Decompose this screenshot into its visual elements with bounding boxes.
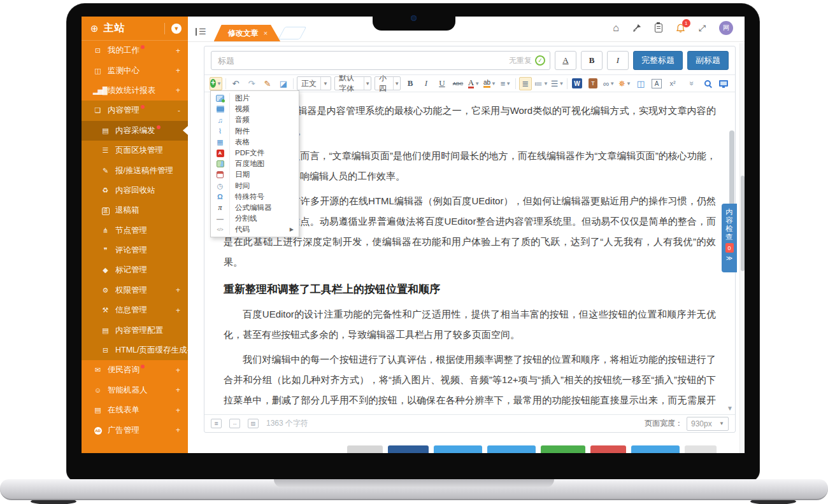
envelope-icon: ✉ <box>93 366 103 374</box>
redo-icon[interactable]: ↷ <box>245 77 258 90</box>
sidebar-item-public-consult[interactable]: ✉ 便民咨询 + <box>82 360 188 380</box>
task-clipboard-icon[interactable] <box>655 24 662 32</box>
auto-format-icon[interactable]: ✵▼ <box>618 77 631 90</box>
sidebar-item-online-forms[interactable]: ▤ 在线表单 + <box>82 400 188 420</box>
tab-edit-article[interactable]: 修改文章 × <box>214 25 280 41</box>
menu-item-date[interactable]: 日期 <box>211 169 299 180</box>
sidebar-item-html-cache[interactable]: ⊟ HTML/页面缓存生成 + <box>82 340 188 360</box>
sidebar-item-content-config[interactable]: ▤ 内容管理配置 <box>82 320 188 340</box>
action-button[interactable] <box>685 445 717 453</box>
menu-item-time[interactable]: ◷时间 <box>211 181 299 192</box>
highlight-color-icon[interactable]: ab▼ <box>483 77 496 90</box>
preview-zoom-icon[interactable] <box>701 77 714 90</box>
main-scrollbar-thumb[interactable] <box>741 176 745 271</box>
word-import-icon[interactable]: W <box>571 77 583 90</box>
menu-item-video[interactable]: 视频 <box>211 104 299 115</box>
eraser-icon[interactable]: ◪ <box>277 77 290 90</box>
avatar[interactable]: 网 <box>719 21 733 35</box>
ordered-list-icon[interactable]: ≔▼ <box>535 77 548 90</box>
scroll-down-icon[interactable]: ▼ <box>727 405 733 412</box>
auto-width-icon[interactable]: ↔ <box>229 419 240 428</box>
italic-icon[interactable]: I <box>420 77 432 90</box>
bell-icon[interactable]: 1 <box>676 24 685 33</box>
menu-item-special-symbol[interactable]: Ω特殊符号 <box>211 192 299 202</box>
subtitle-button[interactable]: 副标题 <box>687 51 729 70</box>
action-button[interactable] <box>388 445 429 453</box>
action-button[interactable] <box>347 445 383 453</box>
sidebar-item-recycle-bin[interactable]: ♻ 内容回收站 <box>82 181 188 200</box>
more-tools-icon[interactable]: » <box>685 77 698 90</box>
menu-item-pdf[interactable]: APDF文件 <box>211 148 299 158</box>
sidebar-item-push-manuscript[interactable]: ✎ 报/推送稿件管理 <box>82 160 188 180</box>
action-button[interactable] <box>590 445 626 453</box>
unordered-list-icon[interactable]: ☰▼ <box>551 77 564 90</box>
laptop-base <box>0 479 828 500</box>
sidebar-item-comment-management[interactable]: ❞ 评论管理 <box>82 241 188 260</box>
char-count: 1363 个字符 <box>266 418 308 429</box>
fullscreen-edit-icon[interactable] <box>717 77 730 90</box>
link-icon[interactable]: ∞▼ <box>603 77 615 90</box>
title-italic-button[interactable]: I <box>607 51 629 70</box>
full-title-button[interactable]: 完整标题 <box>633 51 683 70</box>
title-bold-button[interactable]: B <box>581 51 603 70</box>
bold-icon[interactable]: B <box>404 77 417 90</box>
sidebar-item-info-management[interactable]: ⚒ 信息管理 + <box>82 300 188 320</box>
sidebar-item-monitor-center[interactable]: ◫ 监测中心 + <box>82 60 188 80</box>
align-icon[interactable]: ≡▼ <box>499 77 512 90</box>
undo-icon[interactable]: ↶ <box>229 77 242 90</box>
content-checker-tab[interactable]: 内容检查 0 ≫ <box>722 204 737 272</box>
menu-item-audio[interactable]: ♫音频 <box>211 115 299 125</box>
editor-status-bar: ≣ ↔ ▨ 1363 个字符 页面宽度： 930px▼ <box>204 414 735 432</box>
sidebar-item-ad-management[interactable]: AD 广告管理 + <box>82 420 188 440</box>
bordered-text-icon[interactable]: A <box>650 77 663 90</box>
tab-close-icon[interactable]: × <box>264 29 268 37</box>
font-family-select[interactable]: 默认字体▼ <box>334 76 371 90</box>
format-brush-icon[interactable]: ✎ <box>261 77 274 90</box>
menu-item-divider-line[interactable]: —分割线 <box>211 213 299 224</box>
source-code-icon[interactable]: ▨ <box>248 419 259 428</box>
broom-icon[interactable] <box>632 24 641 32</box>
sidebar-item-robot[interactable]: ☺ 智能机器人 + <box>82 381 188 400</box>
plus-icon: + <box>210 79 216 88</box>
action-button[interactable] <box>434 445 482 453</box>
paste-as-text-icon[interactable]: T <box>587 77 599 90</box>
paragraph-select[interactable]: 正文▼ <box>297 76 331 90</box>
sidebar-toggle-icon[interactable]: ☰ <box>196 28 206 36</box>
sidebar-item-my-work[interactable]: ⊡ 我的工作 + <box>82 41 188 60</box>
menu-item-baidu-map[interactable]: 百度地图 <box>211 158 299 169</box>
menu-item-image[interactable]: 图片 <box>211 93 299 104</box>
font-color-icon[interactable]: A▼ <box>468 77 480 90</box>
insert-dropdown-button[interactable]: +▼ <box>210 77 222 90</box>
sidebar-item-content-editing[interactable]: ▤ 内容采编发 <box>82 121 188 141</box>
first-line-indent-icon[interactable]: ≣ <box>519 77 532 90</box>
underline-icon[interactable]: U <box>436 77 448 90</box>
title-input[interactable] <box>211 51 550 70</box>
menu-item-formula[interactable]: π公式编辑器 <box>211 202 299 213</box>
title-style-a-button[interactable]: A <box>555 51 576 70</box>
sidebar-item-performance-report[interactable]: ▂▅█ 绩效统计报表 + <box>82 81 188 101</box>
action-button[interactable] <box>487 445 536 453</box>
sidebar-header[interactable]: ⊕ 主站 ▼ <box>82 17 188 41</box>
sidebar-item-tag-management[interactable]: ◆ 标记管理 <box>82 260 188 280</box>
sidebar-item-permission-management[interactable]: ⚙ 权限管理 + <box>82 281 188 300</box>
strikethrough-icon[interactable]: ABC <box>452 77 464 90</box>
sidebar-item-content-management[interactable]: ❏ 内容管理 - <box>82 101 188 120</box>
fullscreen-icon[interactable]: ⤢ <box>699 23 706 34</box>
font-size-select[interactable]: 小四▼ <box>375 76 401 90</box>
sidebar-item-return-box[interactable]: 退 退稿箱 <box>82 200 188 220</box>
menu-item-attachment[interactable]: ⌇附件 <box>211 126 299 137</box>
menu-item-code[interactable]: </>代码▶ <box>211 224 299 235</box>
columns-icon[interactable]: ◫ <box>634 77 647 90</box>
menu-item-table[interactable]: ▦表格 <box>211 137 299 148</box>
form-icon: ▤ <box>93 406 103 414</box>
sidebar-item-page-blocks[interactable]: ☰ 页面区块管理 <box>82 141 188 160</box>
chevron-down-circle-icon[interactable]: ▼ <box>171 24 182 34</box>
superscript-icon[interactable]: x² <box>666 77 679 90</box>
action-button[interactable] <box>541 445 585 453</box>
element-path-icon[interactable]: ≣ <box>211 419 222 428</box>
page-width-select[interactable]: 930px▼ <box>687 417 729 431</box>
main-scrollbar[interactable] <box>739 43 745 453</box>
sidebar-item-node-management[interactable]: ⋔ 节点管理 <box>82 221 188 241</box>
home-icon[interactable]: ⌂ <box>613 22 619 34</box>
action-button[interactable] <box>631 445 680 453</box>
